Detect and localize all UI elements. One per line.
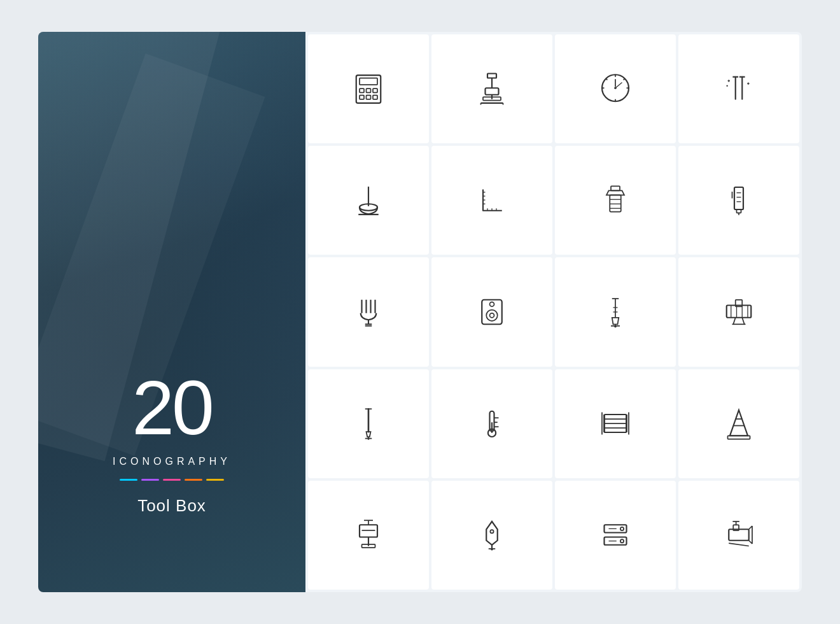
svg-marker-47 [606, 190, 624, 195]
svg-marker-106 [730, 410, 748, 436]
color-bar-5 [206, 479, 224, 481]
svg-rect-10 [486, 88, 499, 95]
left-panel: 20 ICONOGRAPHY Tool Box [38, 32, 305, 592]
svg-line-25 [615, 82, 622, 88]
pen-tool-icon-cell[interactable] [431, 481, 552, 590]
icon-grid [305, 32, 802, 592]
svg-rect-53 [737, 209, 741, 213]
svg-line-85 [742, 318, 745, 325]
svg-rect-52 [734, 187, 743, 209]
number-display: 20 [132, 369, 211, 446]
svg-rect-6 [367, 95, 371, 99]
svg-point-123 [620, 539, 624, 542]
dial-gauge-icon-cell[interactable] [555, 34, 676, 143]
svg-rect-48 [610, 195, 621, 211]
svg-rect-4 [373, 89, 377, 92]
calculator-icon-cell[interactable] [308, 34, 429, 143]
server-icon-cell[interactable] [555, 481, 676, 590]
svg-point-67 [486, 309, 498, 321]
main-container: 20 ICONOGRAPHY Tool Box [38, 32, 802, 592]
svg-point-119 [490, 530, 493, 534]
svg-rect-8 [487, 73, 496, 78]
press-machine-icon-cell[interactable] [431, 34, 552, 143]
engraver-icon-cell[interactable] [555, 257, 676, 366]
svg-line-23 [606, 78, 607, 80]
traffic-cone-icon-cell[interactable] [678, 369, 799, 478]
svg-point-69 [490, 302, 494, 306]
svg-point-68 [490, 313, 494, 318]
test-tubes-icon-cell[interactable] [678, 34, 799, 143]
cable-reel-icon-cell[interactable] [555, 369, 676, 478]
svg-rect-5 [360, 95, 364, 99]
svg-rect-46 [611, 186, 620, 190]
bolt-nut-icon-cell[interactable] [555, 146, 676, 255]
svg-rect-126 [729, 530, 749, 541]
svg-line-24 [624, 78, 625, 80]
speaker-icon-cell[interactable] [431, 257, 552, 366]
svg-rect-3 [367, 89, 371, 92]
svg-rect-109 [728, 436, 750, 439]
lathe-icon-cell[interactable] [678, 481, 799, 590]
soldering-iron-icon-cell[interactable] [308, 369, 429, 478]
color-bar-2 [141, 479, 159, 481]
garden-fork-icon-cell[interactable] [308, 257, 429, 366]
tool-box-title: Tool Box [137, 496, 206, 516]
svg-rect-2 [360, 89, 364, 92]
svg-rect-1 [360, 78, 377, 85]
color-bar-1 [120, 479, 137, 481]
color-bar-3 [163, 479, 181, 481]
color-bars [120, 479, 224, 481]
svg-line-84 [733, 318, 736, 325]
iconography-label: ICONOGRAPHY [113, 456, 231, 467]
color-bar-4 [185, 479, 202, 481]
svg-rect-7 [373, 95, 377, 99]
plunger-icon-cell[interactable] [308, 146, 429, 255]
svg-line-133 [729, 544, 749, 546]
syringe-icon-cell[interactable] [678, 146, 799, 255]
svg-marker-71 [612, 318, 619, 325]
l-square-icon-cell[interactable] [431, 146, 552, 255]
podium-icon-cell[interactable] [308, 481, 429, 590]
paint-brush-icon-cell[interactable] [678, 257, 799, 366]
thermometer-icon-cell[interactable] [431, 369, 552, 478]
svg-point-122 [620, 527, 624, 530]
left-content: 20 ICONOGRAPHY Tool Box [113, 369, 231, 516]
